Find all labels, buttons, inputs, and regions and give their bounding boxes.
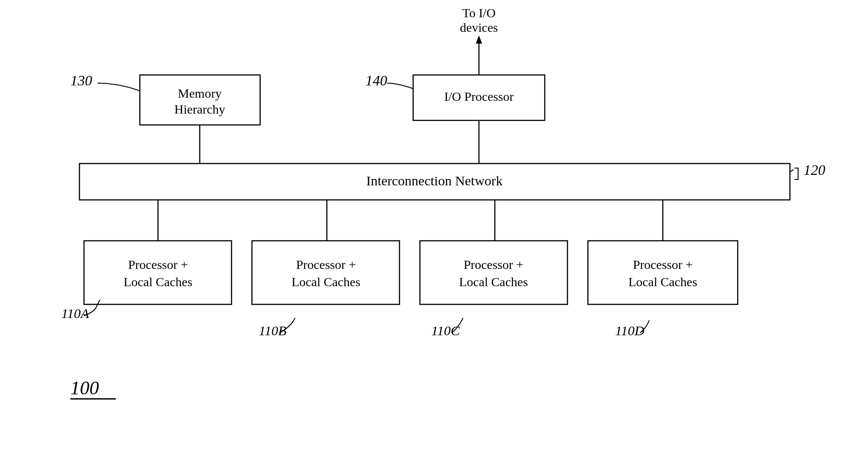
label-100: 100 <box>70 378 99 398</box>
label-110c: 110C <box>431 323 460 338</box>
memory-hierarchy-text1: Memory <box>178 86 222 100</box>
processor-110d-text1: Processor + <box>633 258 693 272</box>
interconnection-network-text: Interconnection Network <box>366 173 503 188</box>
label-110d: 110D <box>615 323 645 338</box>
label-110b: 110B <box>259 323 286 338</box>
processor-110b-text2: Local Caches <box>291 275 360 289</box>
processor-110a-text2: Local Caches <box>123 275 192 289</box>
processor-110a-text1: Processor + <box>128 258 188 272</box>
io-devices-label: To I/O <box>462 6 495 20</box>
io-processor-text: I/O Processor <box>444 89 514 104</box>
label-130: 130 <box>70 72 92 89</box>
processor-110c-text2: Local Caches <box>459 275 528 289</box>
label-110a: 110A <box>61 306 89 321</box>
processor-110a-box <box>84 241 232 304</box>
processor-110d-text2: Local Caches <box>628 275 697 289</box>
processor-110c-text1: Processor + <box>464 258 523 272</box>
memory-hierarchy-text2: Hierarchy <box>174 102 225 116</box>
label-120: 120 <box>804 162 825 178</box>
label-140: 140 <box>365 72 387 89</box>
processor-110b-text1: Processor + <box>296 258 356 272</box>
processor-110b-box <box>252 241 399 304</box>
diagram-container: To I/O devices I/O Processor 140 Memory … <box>0 0 868 467</box>
svg-rect-0 <box>0 0 868 467</box>
processor-110c-box <box>420 241 567 304</box>
processor-110d-box <box>588 241 738 304</box>
io-devices-label2: devices <box>460 20 498 35</box>
